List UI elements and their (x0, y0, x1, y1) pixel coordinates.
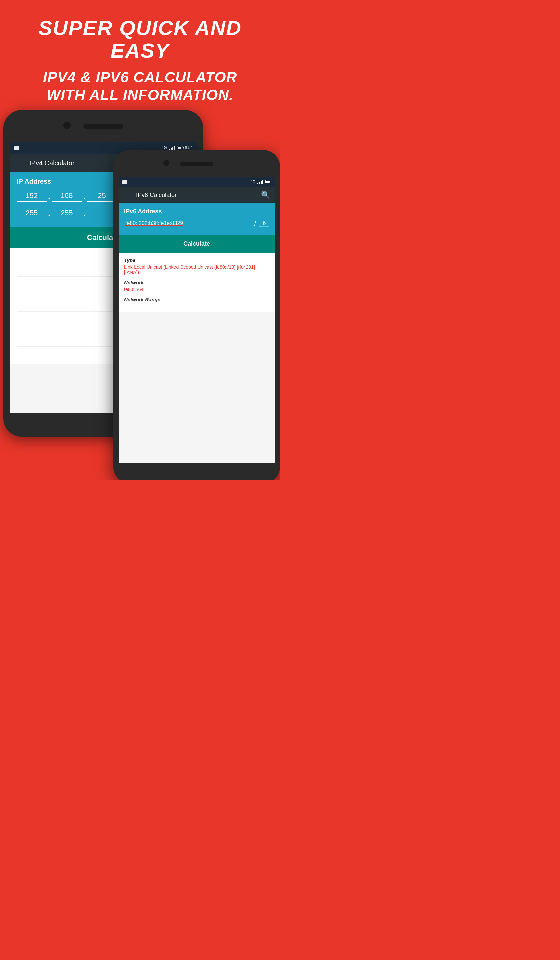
ipv6-prefix-input[interactable] (259, 220, 269, 227)
phones-wrapper: 4G 8:54 (0, 110, 280, 480)
phone1-status-left (14, 146, 19, 150)
phone1-speaker (83, 124, 123, 129)
ip-octet-1[interactable] (17, 190, 46, 202)
ipv6-input-row: / (124, 219, 269, 228)
network-value: fe80:: /64 (124, 286, 269, 292)
type-value: Link-Local Unicast (Linked-Scoped Unicas… (124, 264, 269, 275)
hero-subtitle: IPV4 & IPV6 CALCULATOR WITH ALL INFORMAT… (13, 69, 267, 104)
hero-subtitle-line2: WITH ALL INFORMATION. (46, 87, 233, 103)
phone2-screen: 4G (119, 177, 275, 463)
phone1-camera (63, 122, 71, 129)
ip-dot-2: . (82, 191, 87, 201)
app-title-2: IPv6 Calculator (136, 192, 256, 199)
subnet-octet-2[interactable] (52, 207, 82, 219)
phone2-status-bar: 4G (119, 177, 275, 187)
battery-icon (177, 146, 183, 149)
ip-octet-2[interactable] (52, 190, 82, 202)
sim-icon (14, 146, 19, 150)
ipv6-label: IPv6 Address (124, 208, 269, 215)
phone1-status-right: 4G 8:54 (162, 146, 193, 150)
type-field: Type Link-Local Unicast (Linked-Scoped U… (124, 258, 269, 275)
hero-section: SUPER QUICK AND EASY IPV4 & IPV6 CALCULA… (0, 0, 280, 114)
subnet-dot-1: . (46, 208, 52, 219)
calculate-button-2[interactable]: Calculate (119, 235, 275, 253)
hero-subtitle-line1: IPV4 & IPV6 CALCULATOR (43, 69, 237, 85)
status-time: 8:54 (185, 146, 193, 150)
battery-icon-2 (265, 180, 271, 183)
network-type-2: 4G (250, 180, 255, 184)
results-section-2: Type Link-Local Unicast (Linked-Scoped U… (119, 253, 275, 312)
phone2-camera (163, 160, 169, 166)
network-label: Network (124, 280, 269, 285)
phone2-appbar: IPv6 Calculator 🔍 (119, 187, 275, 203)
menu-icon-2[interactable] (123, 193, 131, 197)
signal-icon (169, 146, 175, 150)
ipv6-slash: / (254, 220, 256, 228)
phone2-speaker (180, 162, 213, 166)
phone2-status-left (122, 180, 126, 184)
phone2-status-right: 4G (250, 179, 271, 184)
network-type: 4G (162, 146, 167, 150)
subnet-octet-1[interactable] (17, 207, 46, 219)
network-range-field: Network Range (124, 297, 269, 302)
sim-icon-2 (122, 180, 126, 184)
ipv6-address-input[interactable] (124, 219, 251, 228)
subnet-dot-2: . (82, 208, 87, 219)
network-range-label: Network Range (124, 297, 269, 302)
type-label: Type (124, 258, 269, 263)
hero-title: SUPER QUICK AND EASY (13, 17, 267, 62)
ip-octet-3[interactable] (87, 190, 117, 202)
ip-dot-1: . (46, 191, 52, 201)
network-field: Network fe80:: /64 (124, 280, 269, 292)
ipv6-address-section: IPv6 Address / (119, 203, 275, 235)
signal-icon-2 (258, 179, 263, 184)
phone-ipv6: 4G (114, 150, 280, 480)
search-icon-2[interactable]: 🔍 (261, 190, 270, 199)
menu-icon[interactable] (15, 161, 23, 165)
